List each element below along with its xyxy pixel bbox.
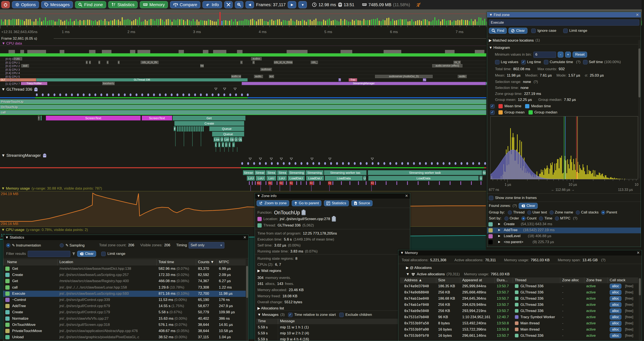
zone-([interactable]: ( <box>222 142 224 147</box>
group-by-thread[interactable] <box>508 210 512 215</box>
zone-Trac[interactable]: Trac <box>349 78 357 82</box>
help-icon[interactable]: (?) <box>576 60 580 64</box>
compare-button[interactable]: Compare <box>170 1 200 8</box>
message-dot[interactable] <box>259 162 261 165</box>
zone-tick[interactable] <box>358 181 359 185</box>
zone-U[interactable]: U <box>363 176 366 181</box>
cpu-data-header[interactable]: ▼ CPU data <box>2 41 22 46</box>
alloc-callstack-button[interactable]: alloc <box>610 296 622 301</box>
zone-tiny[interactable] <box>186 126 187 132</box>
message-dot[interactable] <box>342 162 344 165</box>
message-dot[interactable] <box>59 93 61 96</box>
zone-tiny[interactable] <box>201 126 202 132</box>
column-header-Appearedat[interactable]: Appeared at <box>462 278 482 282</box>
allocation-row[interactable]: 0x74ab9e5040256 KB293,994,219ns13:50.7GL… <box>400 308 638 314</box>
zone-c[interactable]: c <box>252 61 255 64</box>
allocation-row[interactable]: 0x74ab1be040186.68 KB294,645,364ns13:50.… <box>400 295 638 302</box>
message-dot[interactable] <box>389 162 391 165</box>
cpu-usage-header[interactable]: ▼ CPU usage(y-range: 0.78%, visible data… <box>1 228 88 232</box>
alloc-callstack-button[interactable]: alloc <box>610 327 622 332</box>
message-dot[interactable] <box>265 162 267 165</box>
message-dot[interactable] <box>42 93 44 96</box>
zone-audio.[interactable]: audio. <box>254 75 263 78</box>
message-dot[interactable] <box>247 93 249 96</box>
zone-Streaming[interactable]: Streaming <box>306 170 324 175</box>
message-dot[interactable] <box>118 93 120 96</box>
found-zone-row[interactable]: ▶AddTree(18,542) 227.19 ms <box>487 228 641 233</box>
exclude-children-checkbox[interactable]: ✓ <box>339 313 344 317</box>
message-dot[interactable] <box>253 162 255 165</box>
message-dot[interactable] <box>466 162 468 165</box>
alloc-callstack-button[interactable]: alloc <box>610 333 622 338</box>
zone-tiny[interactable] <box>199 126 200 132</box>
limit-range-checkbox[interactable]: ✓ <box>101 252 106 256</box>
zone-Queue[interactable]: Queue <box>209 126 244 131</box>
streaming-section-header[interactable]: ▼ StreamingManager <box>1 153 46 158</box>
copy-clipboard-icon[interactable] <box>332 217 336 222</box>
frame-next-button[interactable]: ▶ <box>288 1 296 8</box>
zone-c[interactable]: c <box>98 61 100 64</box>
ignore-case-checkbox[interactable]: ✓ <box>531 29 536 33</box>
zone-([interactable]: ( <box>215 142 217 147</box>
go-to-parent-button[interactable]: Go to parent <box>292 200 322 206</box>
message-dot[interactable] <box>372 162 374 165</box>
zone-Get[interactable]: Get <box>172 116 246 121</box>
log-values-checkbox[interactable]: ✓ <box>495 60 500 64</box>
limit-range-checkbox[interactable]: ✓ <box>563 29 568 33</box>
lane-call[interactable] <box>0 110 486 115</box>
zone-info-row[interactable]: ▶ Allocations list <box>258 305 284 311</box>
zone-Streaming[interactable]: Streaming <box>288 170 305 175</box>
table-row[interactable]: ~Controljni/../jni/src/guif/Control.cpp:… <box>3 297 246 303</box>
alloc-callstack-button[interactable]: alloc <box>610 290 622 295</box>
allocation-row[interactable]: 0x7553b9fa9016 bytes153,722,396ns13:50.8… <box>400 326 638 333</box>
zone-Lo[interactable]: Lo <box>234 137 238 142</box>
statistics-title-bar[interactable]: ▼ Statistics✕ <box>3 235 248 240</box>
zone-Strea[interactable]: Strea <box>266 170 276 175</box>
messages-button[interactable]: Messages <box>41 1 73 8</box>
tools-button[interactable] <box>224 1 233 8</box>
statistics-scrollbar[interactable] <box>246 259 248 341</box>
zone-tiny[interactable] <box>180 126 182 132</box>
message-dot[interactable] <box>171 93 172 96</box>
group-by-zone-name[interactable] <box>550 210 554 215</box>
allocation-row[interactable]: 0x74a9d68040256 KB295,668,489ns13:50.7GL… <box>400 289 638 295</box>
histogram-expander[interactable]: ▼ Histogram <box>489 46 510 50</box>
column-header-MTPC[interactable]: MTPC <box>219 260 229 264</box>
message-dot[interactable] <box>366 162 368 165</box>
alloc-callstack-button[interactable]: alloc <box>610 321 622 326</box>
zone-c-marker[interactable]: C| <box>268 181 272 185</box>
zone-c-marker[interactable]: C| <box>370 181 374 185</box>
legend-color-swatch[interactable] <box>525 104 529 108</box>
zone-tick[interactable] <box>296 181 297 185</box>
zone-tick[interactable] <box>386 181 386 185</box>
column-header-Callstack[interactable]: Call stack <box>610 278 626 282</box>
message-dot[interactable] <box>36 93 38 96</box>
message-dot[interactable] <box>407 162 409 165</box>
message-dot[interactable] <box>448 162 450 165</box>
found-zone-row[interactable]: ▶<no parent>(9) 225.73 µs <box>487 239 641 245</box>
zone-StreamingManager[interactable]: StreamingManager <box>242 82 486 85</box>
zone-tick[interactable] <box>428 181 429 185</box>
column-header-Name[interactable]: Name <box>7 260 17 264</box>
zone-Ti[interactable]: Ti <box>338 78 341 82</box>
zone-tiny[interactable] <box>178 126 180 132</box>
zone-tiny[interactable] <box>177 126 178 132</box>
zone-info-title-bar[interactable]: ▼ Zone info✕ <box>255 193 410 199</box>
help-icon[interactable]: (?) <box>573 216 578 220</box>
table-row[interactable]: OnTouchMovejni/../jni/src/guif/Screen.cp… <box>3 322 246 328</box>
zone-tiny[interactable] <box>187 126 188 132</box>
zone-kworker/u[interactable]: kworker/u <box>102 82 115 85</box>
sort-by-time[interactable] <box>539 216 543 220</box>
zone-LoadDaU[interactable]: LoadDaU <box>306 176 324 181</box>
zone-c-marker[interactable]: C| <box>279 181 283 185</box>
zone-audios[interactable]: audios <box>251 57 262 60</box>
message-dot[interactable] <box>141 93 143 96</box>
column-header-time[interactable]: Time <box>258 319 266 323</box>
close-icon[interactable]: ✕ <box>405 194 408 198</box>
table-row[interactable]: calljni/../jni/../../../src/claw/base/Lu… <box>3 284 246 291</box>
zone-Up[interactable]: Up <box>230 137 234 142</box>
zone-|[interactable]: | <box>218 142 220 147</box>
message-dot[interactable] <box>460 162 462 165</box>
message-dot[interactable] <box>124 93 126 96</box>
zone-tick[interactable] <box>266 181 266 185</box>
